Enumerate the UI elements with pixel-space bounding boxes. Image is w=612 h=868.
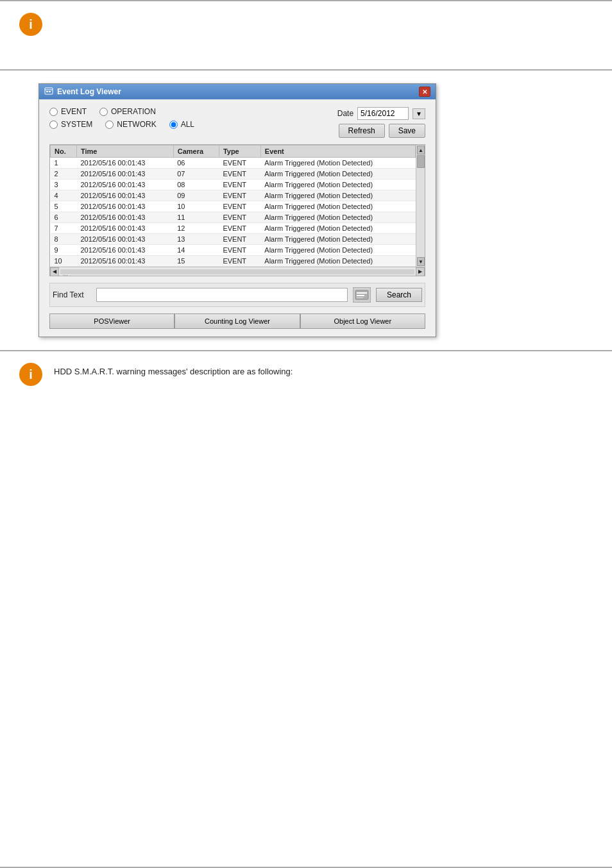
radio-system[interactable]: SYSTEM [49, 120, 92, 129]
svg-rect-2 [46, 91, 48, 92]
cell-no: 5 [51, 201, 77, 212]
cell-event: Alarm Triggered (Motion Detected) [260, 212, 415, 223]
cell-time: 2012/05/16 00:01:43 [77, 179, 174, 190]
cell-time: 2012/05/16 00:01:43 [77, 256, 174, 267]
scrollbar-thumb[interactable] [417, 155, 425, 168]
cell-camera: 11 [173, 212, 219, 223]
svg-rect-6 [357, 295, 364, 296]
scroll-up-arrow[interactable]: ▲ [417, 146, 425, 154]
svg-rect-7 [357, 297, 363, 298]
cell-type: EVENT [219, 234, 260, 245]
cell-type: EVENT [219, 256, 260, 267]
date-row: Date ▼ [337, 107, 425, 120]
cell-event: Alarm Triggered (Motion Detected) [260, 201, 415, 212]
cell-event: Alarm Triggered (Motion Detected) [260, 179, 415, 190]
find-row: Find Text Search [49, 283, 425, 307]
table-row: 82012/05/16 00:01:4313EVENTAlarm Trigger… [51, 234, 416, 245]
horizontal-scrollbar[interactable]: ◀ ··· ▶ [50, 267, 425, 276]
table-row: 22012/05/16 00:01:4307EVENTAlarm Trigger… [51, 169, 416, 179]
cell-time: 2012/05/16 00:01:43 [77, 223, 174, 234]
find-text-input[interactable] [96, 288, 348, 302]
scrollbar-area[interactable]: ▲ ▼ [416, 145, 425, 267]
table-row: 32012/05/16 00:01:4308EVENTAlarm Trigger… [51, 179, 416, 190]
info-icon-bottom: i [19, 363, 42, 386]
cell-type: EVENT [219, 223, 260, 234]
col-camera: Camera [173, 146, 219, 158]
cell-time: 2012/05/16 00:01:43 [77, 245, 174, 256]
cell-time: 2012/05/16 00:01:43 [77, 234, 174, 245]
table-area: No. Time Camera Type Event 12012/05/16 0… [50, 145, 416, 267]
log-table: No. Time Camera Type Event 12012/05/16 0… [50, 145, 416, 267]
cell-camera: 14 [173, 245, 219, 256]
cell-event: Alarm Triggered (Motion Detected) [260, 223, 415, 234]
cell-camera: 08 [173, 179, 219, 190]
log-table-body: 12012/05/16 00:01:4306EVENTAlarm Trigger… [51, 158, 416, 267]
dialog-icon [44, 87, 53, 96]
bottom-section: i HDD S.M.A.R.T. warning messages' descr… [0, 351, 612, 415]
scroll-indicator: ··· [60, 272, 68, 277]
radio-group: EVENT OPERATION SYSTEM [49, 107, 297, 129]
h-scroll-track: ··· [60, 269, 414, 274]
scroll-track [416, 168, 425, 256]
table-row: 72012/05/16 00:01:4312EVENTAlarm Trigger… [51, 223, 416, 234]
table-row: 42012/05/16 00:01:4309EVENTAlarm Trigger… [51, 190, 416, 201]
dialog-content: EVENT OPERATION SYSTEM [39, 99, 436, 337]
event-log-dialog: Event Log Viewer ✕ EVENT [38, 83, 436, 337]
cell-type: EVENT [219, 158, 260, 169]
pos-viewer-button[interactable]: POSViewer [49, 313, 174, 329]
refresh-button[interactable]: Refresh [339, 124, 385, 138]
cell-no: 2 [51, 169, 77, 179]
action-row: Refresh Save [339, 124, 425, 138]
scroll-right-arrow[interactable]: ▶ [416, 267, 425, 276]
viewer-btn-row: POSViewer Counting Log Viewer Object Log… [49, 313, 425, 329]
cell-time: 2012/05/16 00:01:43 [77, 190, 174, 201]
find-icon [353, 287, 371, 303]
object-log-viewer-button[interactable]: Object Log Viewer [300, 313, 425, 329]
calendar-button[interactable]: ▼ [412, 108, 425, 119]
find-text-label: Find Text [53, 290, 91, 299]
col-no: No. [51, 146, 77, 158]
cell-no: 6 [51, 212, 77, 223]
cell-event: Alarm Triggered (Motion Detected) [260, 158, 415, 169]
radio-network[interactable]: NETWORK [105, 120, 156, 129]
close-button[interactable]: ✕ [419, 87, 430, 97]
col-event: Event [260, 146, 415, 158]
cell-time: 2012/05/16 00:01:43 [77, 201, 174, 212]
table-row: 102012/05/16 00:01:4315EVENTAlarm Trigge… [51, 256, 416, 267]
radio-event[interactable]: EVENT [49, 107, 87, 116]
search-button[interactable]: Search [376, 288, 422, 302]
cell-type: EVENT [219, 201, 260, 212]
scroll-down-arrow[interactable]: ▼ [417, 257, 425, 266]
date-input[interactable] [357, 107, 409, 120]
scroll-left-arrow[interactable]: ◀ [50, 267, 59, 276]
cell-camera: 12 [173, 223, 219, 234]
cell-event: Alarm Triggered (Motion Detected) [260, 190, 415, 201]
dialog-title: Event Log Viewer [57, 87, 121, 96]
cell-no: 3 [51, 179, 77, 190]
cell-time: 2012/05/16 00:01:43 [77, 212, 174, 223]
dialog-titlebar: Event Log Viewer ✕ [39, 84, 436, 99]
counting-log-viewer-button[interactable]: Counting Log Viewer [174, 313, 300, 329]
save-button[interactable]: Save [389, 124, 425, 138]
table-row: 12012/05/16 00:01:4306EVENTAlarm Trigger… [51, 158, 416, 169]
cell-type: EVENT [219, 169, 260, 179]
table-row: 92012/05/16 00:01:4314EVENTAlarm Trigger… [51, 245, 416, 256]
table-row: 52012/05/16 00:01:4310EVENTAlarm Trigger… [51, 201, 416, 212]
table-header-row: No. Time Camera Type Event [51, 146, 416, 158]
date-label: Date [337, 109, 353, 118]
titlebar-left: Event Log Viewer [44, 87, 121, 96]
info-icon-top: i [19, 13, 42, 36]
cell-camera: 07 [173, 169, 219, 179]
svg-rect-3 [49, 91, 51, 92]
date-section: Date ▼ Refresh Save [297, 107, 425, 138]
table-row: 62012/05/16 00:01:4311EVENTAlarm Trigger… [51, 212, 416, 223]
middle-section: Event Log Viewer ✕ EVENT [0, 71, 612, 351]
cell-no: 1 [51, 158, 77, 169]
radio-operation[interactable]: OPERATION [99, 107, 156, 116]
cell-no: 4 [51, 190, 77, 201]
top-section: i [0, 0, 612, 71]
radio-all[interactable]: ALL [169, 120, 194, 129]
cell-camera: 10 [173, 201, 219, 212]
col-time: Time [77, 146, 174, 158]
cell-type: EVENT [219, 212, 260, 223]
